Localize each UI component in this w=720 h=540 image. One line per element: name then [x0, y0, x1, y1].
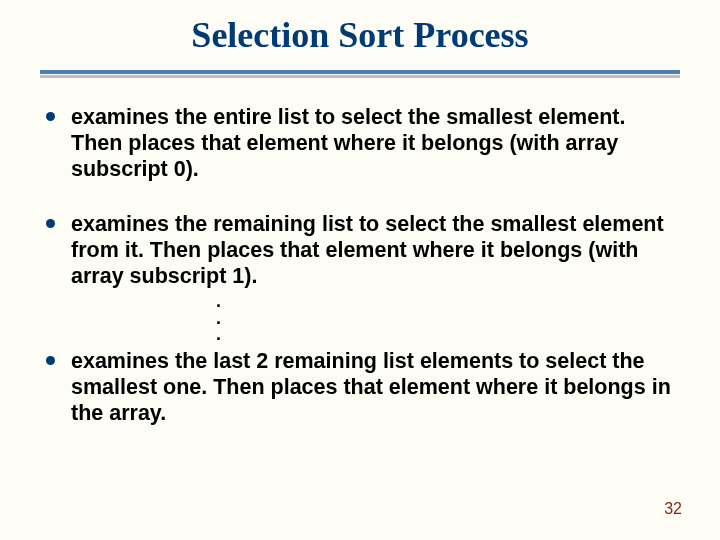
bullet-text: examines the remaining list to select th…: [71, 211, 674, 290]
bullet-icon: [46, 356, 55, 365]
bullet-item: examines the last 2 remaining list eleme…: [46, 348, 674, 427]
bullet-text: examines the last 2 remaining list eleme…: [71, 348, 674, 427]
bullet-text: examines the entire list to select the s…: [71, 104, 674, 183]
slide-body: examines the entire list to select the s…: [0, 78, 720, 427]
vertical-ellipsis: ...: [216, 293, 674, 342]
bullet-item: examines the entire list to select the s…: [46, 104, 674, 183]
title-underline: [40, 70, 680, 78]
bullet-icon: [46, 112, 55, 121]
page-number: 32: [664, 500, 682, 518]
slide-title: Selection Sort Process: [191, 14, 528, 56]
bullet-icon: [46, 219, 55, 228]
bullet-item: examines the remaining list to select th…: [46, 211, 674, 290]
